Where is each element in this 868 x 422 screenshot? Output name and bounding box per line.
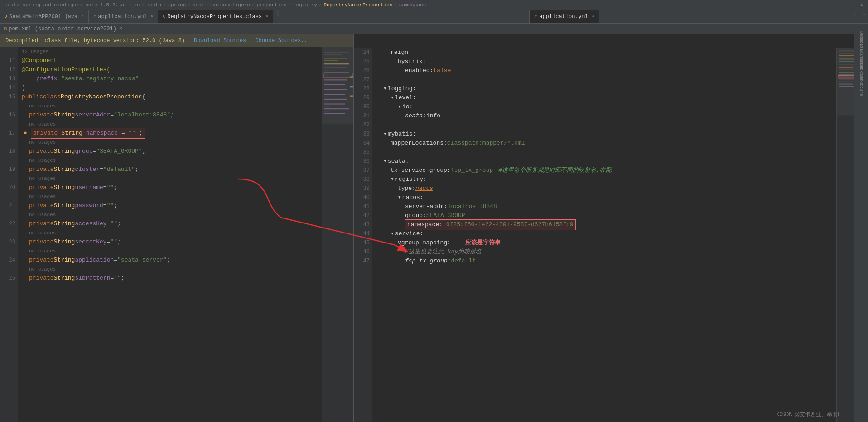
pom-close-icon[interactable]: × bbox=[119, 26, 122, 32]
usages-label: 12 usages bbox=[22, 47, 48, 56]
minimap-svg bbox=[322, 47, 353, 422]
more-tabs-icon[interactable]: ⋮ bbox=[275, 10, 281, 23]
breadcrumb-part[interactable]: boot bbox=[193, 2, 204, 8]
field-application: application bbox=[75, 256, 114, 265]
fold-io[interactable]: ▾ bbox=[398, 102, 401, 112]
field-namespace: namespace bbox=[86, 130, 118, 136]
yaml-line-24: reign: bbox=[376, 48, 836, 57]
decompile-notice: Decompiled .class file, bytecode version… bbox=[5, 38, 185, 44]
choose-sources-link[interactable]: Choose Sources... bbox=[255, 38, 310, 44]
sidebar-tool-structure[interactable]: Structure bbox=[855, 80, 868, 90]
tab-yml-right[interactable]: Y application.yml × bbox=[530, 10, 599, 23]
breadcrumb-part[interactable]: namespace bbox=[399, 2, 426, 8]
yaml-line-27 bbox=[376, 75, 836, 84]
yaml-line-47: fsp_tx_group : default bbox=[376, 257, 836, 266]
more-options-icon[interactable]: ⚙ bbox=[860, 2, 863, 8]
breadcrumb-part[interactable]: registry bbox=[293, 2, 317, 8]
breadcrumb-bar: seata-spring-autoconfigure-core-1.5.2.ja… bbox=[0, 0, 868, 10]
tab-close-right-icon[interactable]: × bbox=[592, 14, 594, 19]
breadcrumb-part[interactable]: seata bbox=[146, 2, 161, 8]
code-line-16: private String serverAddr = "localhost:8… bbox=[22, 111, 322, 120]
java-icon: J bbox=[5, 14, 7, 19]
field-slbpattern-value: "" bbox=[114, 274, 121, 283]
code-line-12: @ConfigurationProperties( bbox=[22, 65, 322, 74]
no-usages-19: no usages bbox=[22, 174, 322, 183]
field-accesskey: accessKey bbox=[75, 219, 106, 228]
download-sources-link[interactable]: Download Sources bbox=[194, 38, 246, 44]
code-line-15: public class RegistryNacosProperties { bbox=[22, 92, 322, 102]
tab-label: RegistryNacosProperties.class bbox=[167, 14, 262, 20]
fsp-tx-group-key: fsp_tx_group bbox=[405, 257, 448, 266]
no-usages-22: no usages bbox=[22, 228, 322, 238]
fold-level[interactable]: ▾ bbox=[391, 93, 394, 102]
fold-registry[interactable]: ▾ bbox=[391, 175, 394, 184]
no-usages-15: no usages bbox=[22, 102, 322, 111]
fold-mybatis[interactable]: ▾ bbox=[383, 130, 387, 139]
yaml-line-44: ▾ service: bbox=[376, 229, 836, 238]
code-line-22: private String accessKey = "" ; bbox=[22, 219, 322, 228]
field-username-value: "" bbox=[107, 183, 114, 192]
tab-label: application.yml bbox=[98, 14, 147, 20]
breadcrumb: seata-spring-autoconfigure-core-1.5.2.ja… bbox=[4, 2, 860, 8]
tx-group-comment: #这里每个服务都是对应不同的映射名,在配 bbox=[498, 166, 612, 175]
tab-class[interactable]: C RegistryNacosProperties.class × bbox=[158, 10, 273, 23]
prefix-value: "seata.registry.nacos" bbox=[61, 74, 139, 83]
info-value: info bbox=[426, 112, 440, 121]
tab-close-icon[interactable]: × bbox=[81, 14, 84, 19]
tab-yml-left[interactable]: Y application.yml × bbox=[89, 10, 158, 23]
pom-tab-label[interactable]: pom.xml (seata-order-service2001) bbox=[9, 26, 116, 32]
left-code-area: 11 12 13 14 15 16 17 18 19 20 21 22 bbox=[0, 47, 353, 422]
right-sidebar: Database Notifications Maven Bookmarks S… bbox=[854, 34, 868, 422]
breadcrumb-part[interactable]: spring bbox=[168, 2, 186, 8]
breadcrumb-part[interactable]: seata-spring-autoconfigure-core-1.5.2.ja… bbox=[5, 2, 127, 8]
sidebar-tool-notifications[interactable]: Notifications bbox=[855, 47, 868, 57]
fold-service[interactable]: ▾ bbox=[391, 229, 394, 238]
field-username: username bbox=[75, 183, 103, 192]
fold-nacos[interactable]: ▾ bbox=[398, 193, 401, 202]
field-cluster-value: "default" bbox=[103, 165, 135, 174]
tab-java[interactable]: J SeataMainAPP2001.java × bbox=[0, 10, 89, 23]
tab-close-icon[interactable]: × bbox=[265, 14, 268, 19]
code-line-13: prefix = "seata.registry.nacos" bbox=[22, 74, 322, 83]
yaml-line-35 bbox=[376, 148, 836, 157]
breadcrumb-part[interactable]: autoconfigure bbox=[211, 2, 250, 8]
left-line-numbers: 11 12 13 14 15 16 17 18 19 20 21 22 bbox=[0, 47, 18, 422]
yaml-line-45: vgroup-mapping: 应该是字符串 bbox=[376, 238, 836, 247]
code-line-23: private String secretKey = "" ; bbox=[22, 238, 322, 247]
namespace-yaml-highlight: namespace: 6f25df50-1e22-4301-9587-d627b… bbox=[405, 219, 576, 230]
yaml-line-33: ▾ mybatis: bbox=[376, 130, 836, 139]
field-cluster: cluster bbox=[75, 165, 100, 174]
left-panel: Decompiled .class file, bytecode version… bbox=[0, 34, 353, 422]
code-line-19: private String cluster = "default" ; bbox=[22, 165, 322, 174]
sep: / bbox=[129, 2, 132, 8]
breadcrumb-part[interactable]: io bbox=[134, 2, 140, 8]
yaml-line-34: mapperLocations: classpath:mapper/*.xml bbox=[376, 139, 836, 148]
no-usages-20: no usages bbox=[22, 192, 322, 201]
field-namespace-value: "" bbox=[129, 130, 136, 136]
breadcrumb-part[interactable]: properties bbox=[256, 2, 286, 8]
class-name: RegistryNacosProperties bbox=[61, 92, 142, 102]
right-panel-more-icon[interactable]: ⋮ bbox=[848, 10, 861, 23]
code-line-24: private String application = "seata-serv… bbox=[22, 256, 322, 265]
main-area: Decompiled .class file, bytecode version… bbox=[0, 34, 868, 422]
right-panel-settings-icon[interactable]: ≡ bbox=[861, 10, 868, 23]
no-usages-23: no usages bbox=[22, 247, 322, 256]
yaml-line-36: ▾ seata: bbox=[376, 157, 836, 166]
yaml-line-40: ▾ nacos: bbox=[376, 193, 836, 202]
field-serveraddr: serverAddr bbox=[75, 111, 110, 120]
tab-close-icon[interactable]: × bbox=[150, 14, 153, 19]
yaml-line-38: ▾ registry: bbox=[376, 175, 836, 184]
pom-icon: m bbox=[4, 26, 7, 32]
field-password: password bbox=[75, 201, 103, 210]
class-icon: C bbox=[163, 14, 165, 19]
left-code-content: 12 usages @Component @ConfigurationPrope… bbox=[18, 47, 322, 422]
yaml-line-32 bbox=[376, 121, 836, 130]
nacos-value: nacos bbox=[415, 184, 433, 193]
yaml-line-25: hystrix: bbox=[376, 57, 836, 66]
breadcrumb-part[interactable]: RegistryNacosProperties bbox=[323, 2, 392, 8]
yaml-line-30: ▾ io: bbox=[376, 102, 836, 112]
code-line-25: private String slbPattern = "" ; bbox=[22, 274, 322, 283]
fold-seata[interactable]: ▾ bbox=[383, 157, 387, 166]
fold-logging[interactable]: ▾ bbox=[383, 84, 387, 93]
field-application-value: "seata-server" bbox=[117, 256, 167, 265]
